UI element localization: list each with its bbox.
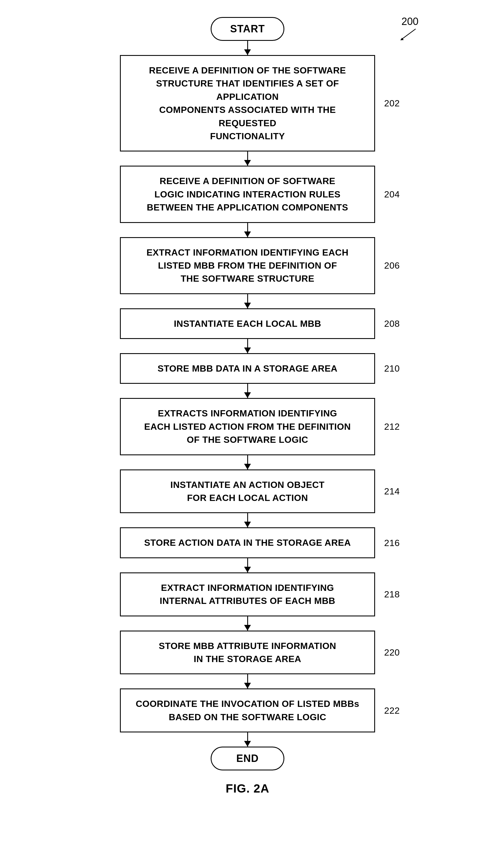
step-label-216: 216 (384, 536, 400, 549)
step-label-206: 206 (384, 259, 400, 272)
step-222: COORDINATE THE INVOCATION OF LISTED MBBs… (120, 688, 375, 732)
step-label-210: 210 (384, 362, 400, 375)
arrow-10 (247, 674, 248, 688)
arrow-9 (247, 616, 248, 631)
step-218: EXTRACT INFORMATION IDENTIFYING INTERNAL… (120, 572, 375, 616)
arrow-2 (247, 223, 248, 237)
diagram-container: 200 START RECEIVE A DEFINITION OF THE SO… (0, 0, 495, 868)
step-label-214: 214 (384, 485, 400, 498)
step-208: INSTANTIATE EACH LOCAL MBB 208 (120, 308, 375, 339)
end-node: END (211, 747, 284, 770)
step-label-208: 208 (384, 317, 400, 330)
arrow-6 (247, 455, 248, 469)
flow-wrapper: START RECEIVE A DEFINITION OF THE SOFTWA… (57, 17, 438, 795)
figure-label: FIG. 2A (226, 782, 269, 795)
step-214: INSTANTIATE AN ACTION OBJECT FOR EACH LO… (120, 469, 375, 514)
step-220: STORE MBB ATTRIBUTE INFORMATION IN THE S… (120, 631, 375, 674)
step-label-220: 220 (384, 646, 400, 659)
step-216: STORE ACTION DATA IN THE STORAGE AREA 21… (120, 527, 375, 558)
step-206: EXTRACT INFORMATION IDENTIFYING EACH LIS… (120, 237, 375, 294)
arrow-3 (247, 294, 248, 308)
step-210: STORE MBB DATA IN A STORAGE AREA 210 (120, 353, 375, 384)
step-202: RECEIVE A DEFINITION OF THE SOFTWARE STR… (120, 55, 375, 151)
step-label-222: 222 (384, 704, 400, 717)
arrow-5 (247, 384, 248, 398)
arrow-0 (247, 41, 248, 55)
diagram-ref-number: 200 (402, 16, 419, 28)
step-label-212: 212 (384, 420, 400, 433)
arrow-7 (247, 513, 248, 527)
start-node: START (211, 17, 284, 41)
arrow-4 (247, 339, 248, 353)
arrow-1 (247, 151, 248, 166)
step-212: EXTRACTS INFORMATION IDENTIFYING EACH LI… (120, 398, 375, 455)
step-label-202: 202 (384, 97, 400, 110)
step-label-204: 204 (384, 188, 400, 201)
svg-line-0 (402, 29, 416, 39)
step-label-218: 218 (384, 588, 400, 601)
arrow-11 (247, 732, 248, 747)
arrow-8 (247, 558, 248, 572)
step-204: RECEIVE A DEFINITION OF SOFTWARE LOGIC I… (120, 166, 375, 223)
